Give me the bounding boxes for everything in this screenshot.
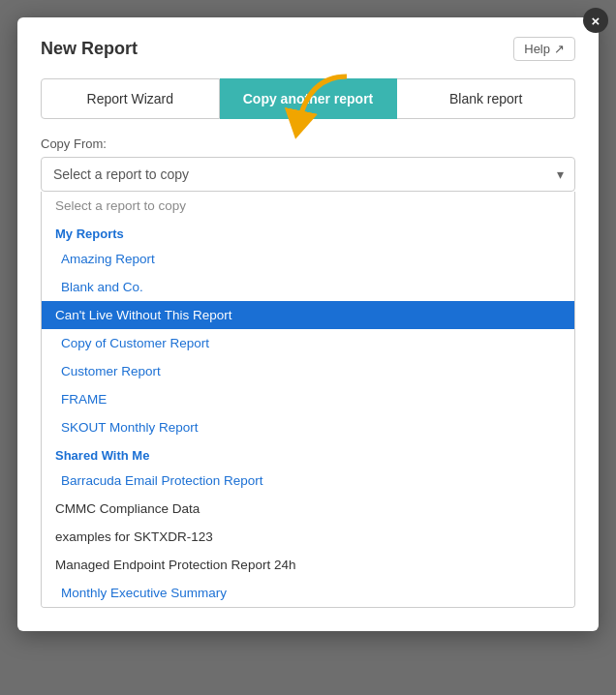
list-item[interactable]: Managed Endpoint Protection Report 24h [42, 551, 574, 579]
list-item[interactable]: FRAME [42, 385, 574, 413]
tabs-row: Report Wizard Copy another report Blank … [41, 78, 575, 119]
help-label: Help [524, 42, 550, 56]
list-item[interactable]: examples for SKTXDR-123 [42, 523, 574, 551]
group-label-shared-with-me: Shared With Me [42, 441, 574, 467]
list-item[interactable]: Blank and Co. [42, 273, 574, 301]
external-link-icon: ↗ [554, 42, 565, 56]
modal-header: New Report Help ↗ [41, 37, 575, 61]
close-icon: × [592, 13, 601, 29]
list-item[interactable]: pdf test - featured counts [42, 607, 574, 608]
group-label-my-reports: My Reports [42, 220, 574, 245]
list-item[interactable]: Can't Live Without This Report [42, 301, 574, 329]
close-button[interactable]: × [583, 8, 608, 33]
modal-title: New Report [41, 39, 138, 59]
dropdown-list: Select a report to copy My Reports Amazi… [41, 192, 575, 608]
tab-copy-another-report[interactable]: Copy another report [220, 78, 398, 119]
list-item[interactable]: Barracuda Email Protection Report [42, 467, 574, 495]
help-button[interactable]: Help ↗ [513, 37, 575, 61]
copy-from-label: Copy From: [41, 136, 575, 151]
list-item[interactable]: Copy of Customer Report [42, 329, 574, 357]
copy-from-select[interactable]: Select a report to copy [41, 157, 575, 192]
select-wrapper: Select a report to copy ▾ [41, 157, 575, 192]
list-item[interactable]: Amazing Report [42, 245, 574, 273]
list-item[interactable]: SKOUT Monthly Report [42, 413, 574, 441]
list-item[interactable]: Monthly Executive Summary [42, 579, 574, 607]
list-item[interactable]: Customer Report [42, 357, 574, 385]
list-item[interactable]: CMMC Compliance Data [42, 495, 574, 523]
tab-blank-report[interactable]: Blank report [397, 78, 575, 119]
modal: New Report Help ↗ × Report Wizard Copy a… [17, 17, 599, 631]
tab-report-wizard[interactable]: Report Wizard [41, 78, 220, 119]
dropdown-placeholder[interactable]: Select a report to copy [42, 192, 574, 220]
